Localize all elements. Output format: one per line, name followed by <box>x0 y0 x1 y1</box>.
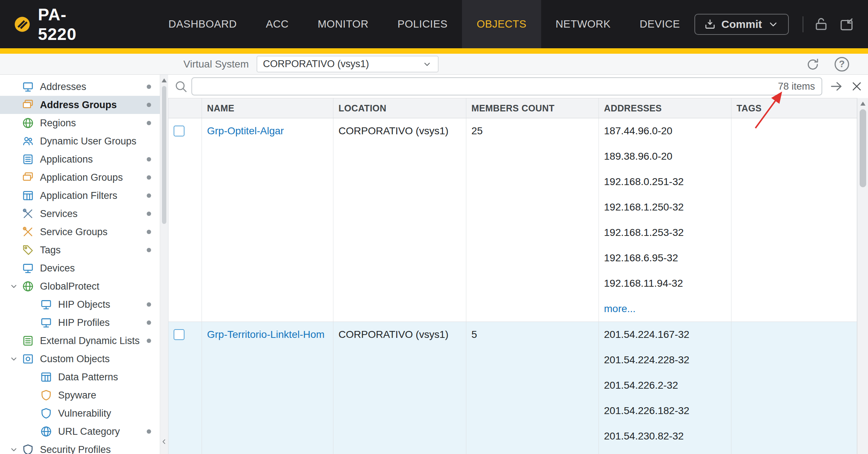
sidebar-item-services[interactable]: Services <box>0 205 160 223</box>
address-entry: 201.54.224.167-32 <box>604 322 731 347</box>
main-menu: DASHBOARD ACC MONITOR POLICIES OBJECTS N… <box>154 0 695 48</box>
save-config-icon[interactable] <box>839 17 854 32</box>
virtual-system-value: CORPORATIVO (vsys1) <box>263 58 369 70</box>
table-header-row: NAME LOCATION MEMBERS COUNT ADDRESSES TA… <box>169 98 857 118</box>
items-count: 78 items <box>778 81 815 92</box>
url-category-icon <box>40 425 52 438</box>
application-filters-icon <box>22 189 34 202</box>
nav-tab-objects[interactable]: OBJECTS <box>462 0 541 48</box>
objects-present-dot <box>147 212 151 216</box>
commit-button[interactable]: Commit <box>694 14 789 35</box>
objects-present-dot <box>147 193 151 198</box>
nav-tab-policies[interactable]: POLICIES <box>383 0 462 48</box>
sidebar-collapse-handle[interactable] <box>160 433 168 450</box>
objects-present-dot <box>147 121 151 125</box>
refresh-icon[interactable] <box>806 57 820 71</box>
sidebar-item-regions[interactable]: Regions <box>0 114 160 132</box>
sidebar-item-hip-profiles[interactable]: HIP Profiles <box>0 314 160 332</box>
location-cell: CORPORATIVO (vsys1) <box>333 118 466 322</box>
hip-profiles-icon <box>40 316 52 329</box>
device-model: PA-5220 <box>38 5 96 44</box>
sidebar-item-custom-objects[interactable]: Custom Objects <box>0 350 160 368</box>
sidebar-item-application-filters[interactable]: Application Filters <box>0 187 160 205</box>
custom-objects-icon <box>22 353 34 365</box>
sidebar-item-spyware[interactable]: Spyware <box>0 386 160 404</box>
sidebar-item-dynamic-user-groups[interactable]: Dynamic User Groups <box>0 132 160 150</box>
filter-field: 78 items <box>191 77 822 95</box>
nav-tab-acc[interactable]: ACC <box>251 0 303 48</box>
sidebar-scrollbar[interactable] <box>160 75 168 454</box>
address-group-link[interactable]: Grp-Optitel-Algar <box>207 125 284 137</box>
virtual-system-label: Virtual System <box>183 58 249 70</box>
hip-objects-icon <box>40 298 52 311</box>
location-cell: CORPORATIVO (vsys1) <box>333 322 466 454</box>
sidebar-item-applications[interactable]: Applications <box>0 150 160 168</box>
help-icon[interactable] <box>835 57 849 71</box>
address-entry: 201.54.226.2-32 <box>604 373 731 398</box>
address-entry: 201.54.224.228-32 <box>604 347 731 373</box>
sidebar-item-url-category[interactable]: URL Category <box>0 422 160 441</box>
column-header-tags[interactable]: TAGS <box>731 98 857 118</box>
tags-icon <box>22 244 34 256</box>
sidebar-item-application-groups[interactable]: Application Groups <box>0 168 160 187</box>
sidebar-item-devices[interactable]: Devices <box>0 259 160 277</box>
sidebar-item-address-groups[interactable]: Address Groups <box>0 96 160 114</box>
service-groups-icon <box>22 226 34 238</box>
row-checkbox[interactable] <box>174 329 184 340</box>
sidebar-item-vulnerability[interactable]: Vulnerability <box>0 404 160 422</box>
column-header-addresses[interactable]: ADDRESSES <box>599 98 731 118</box>
column-header-name[interactable]: NAME <box>202 98 333 118</box>
table-scrollbar[interactable] <box>857 98 868 454</box>
nav-divider <box>803 16 803 32</box>
select-all-column-header <box>169 98 202 118</box>
expand-caret[interactable] <box>6 445 22 454</box>
regions-icon <box>22 117 34 129</box>
sidebar-item-security-profiles[interactable]: Security Profiles <box>0 441 160 454</box>
nav-tab-dashboard[interactable]: DASHBOARD <box>154 0 251 48</box>
virtual-system-select[interactable]: CORPORATIVO (vsys1) <box>257 56 438 72</box>
column-header-members-count[interactable]: MEMBERS COUNT <box>466 98 599 118</box>
top-nav-bar: PA-5220 DASHBOARD ACC MONITOR POLICIES O… <box>0 0 868 48</box>
config-lock-icon[interactable] <box>814 17 829 32</box>
chevron-down-icon <box>9 282 19 291</box>
more-addresses-link[interactable]: more... <box>604 303 636 315</box>
search-icon[interactable] <box>174 79 188 93</box>
objects-present-dot <box>147 175 151 180</box>
address-groups-table: NAME LOCATION MEMBERS COUNT ADDRESSES TA… <box>168 98 857 454</box>
nav-tab-monitor[interactable]: MONITOR <box>303 0 383 48</box>
address-group-link[interactable]: Grp-Territorio-Linktel-Hom <box>207 329 325 340</box>
applications-icon <box>22 153 34 165</box>
application-groups-icon <box>22 171 34 184</box>
objects-present-dot <box>147 157 151 161</box>
filter-input[interactable] <box>199 78 773 95</box>
toolbar-right-icons <box>806 57 868 71</box>
row-checkbox[interactable] <box>174 126 184 136</box>
address-groups-content: 78 items NAME LOCATION MEMBERS COUNT ADD… <box>168 75 868 454</box>
chevron-left-icon <box>160 437 168 446</box>
expand-caret[interactable] <box>6 282 22 291</box>
sidebar-item-hip-objects[interactable]: HIP Objects <box>0 295 160 314</box>
nav-tab-device[interactable]: DEVICE <box>625 0 694 48</box>
sidebar-item-addresses[interactable]: Addresses <box>0 78 160 96</box>
sidebar-item-globalprotect[interactable]: GlobalProtect <box>0 277 160 295</box>
expand-caret[interactable] <box>6 354 22 364</box>
sidebar-item-data-patterns[interactable]: Data Patterns <box>0 368 160 386</box>
apply-filter-arrow-icon[interactable] <box>830 79 843 93</box>
nav-tab-network[interactable]: NETWORK <box>541 0 625 48</box>
column-header-location[interactable]: LOCATION <box>333 98 466 118</box>
commit-label: Commit <box>721 18 762 30</box>
filter-row: 78 items <box>168 75 868 98</box>
scroll-up-arrow[interactable] <box>860 102 865 106</box>
scrollbar-thumb[interactable] <box>162 86 166 224</box>
clear-filter-icon[interactable] <box>851 80 863 93</box>
sidebar-item-external-dynamic-lists[interactable]: External Dynamic Lists <box>0 332 160 350</box>
scroll-up-arrow[interactable] <box>162 78 167 82</box>
sidebar-item-service-groups[interactable]: Service Groups <box>0 223 160 241</box>
tags-cell <box>731 322 857 454</box>
sidebar-item-tags[interactable]: Tags <box>0 241 160 259</box>
address-entry: 189.38.96.0-20 <box>604 144 731 169</box>
scrollbar-thumb[interactable] <box>860 109 866 187</box>
data-patterns-icon <box>40 371 52 383</box>
external-dynamic-lists-icon <box>22 335 34 347</box>
workspace: Addresses Address Groups Regions Dynamic… <box>0 75 868 454</box>
